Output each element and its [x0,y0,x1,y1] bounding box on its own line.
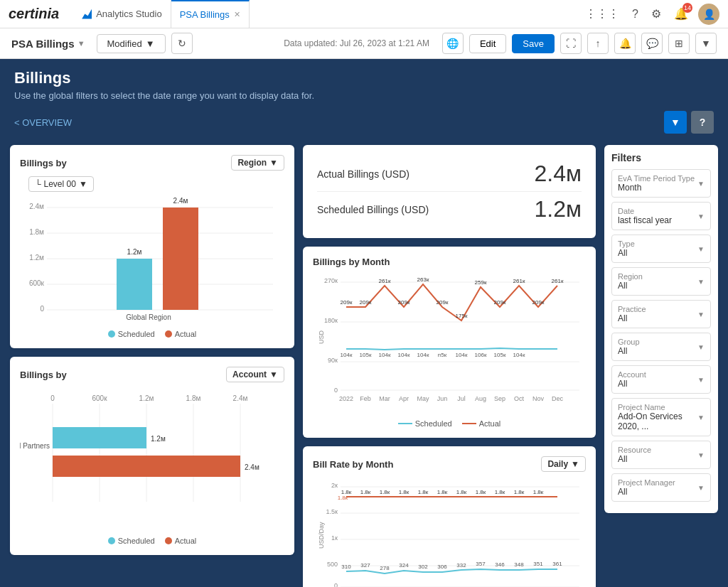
filter-item-6[interactable]: Account All ▼ [611,365,711,394]
left-column: Billings by Region ▼ └ Level 00 ▼ 2.4м [10,145,294,587]
help-button[interactable]: ? [691,111,714,134]
bill-rate-dropdown[interactable]: Daily ▼ [541,456,586,472]
legend-actual-label: Actual [175,330,197,338]
svg-text:600к: 600к [29,279,45,287]
svg-text:332: 332 [456,562,466,569]
bill-rate-card: Bill Rate by Month Daily ▼ 2к 1.5к 1к 50… [303,446,596,587]
billings-by-month-title: Billings by Month [313,257,586,267]
svg-text:324: 324 [399,562,409,569]
svg-text:351: 351 [533,561,543,567]
svg-text:2022: 2022 [339,395,353,402]
svg-text:Apr: Apr [399,395,409,402]
filter-item-1[interactable]: Date last fiscal year ▼ [611,202,711,230]
filter-project-label: Project Name [618,403,697,411]
account-legend-actual-label: Actual [175,537,197,545]
billings-by-region-card: Billings by Region ▼ └ Level 00 ▼ 2.4м [10,145,294,348]
account-legend-scheduled-label: Scheduled [118,537,155,545]
logo-text: certinia [9,6,59,22]
filter-item-7[interactable]: Project Name Add-On Services 2020, ... ▼ [611,398,711,436]
filters-title: Filters [611,152,711,163]
filter-item-3[interactable]: Region All ▼ [611,267,711,296]
filter-practice-label: Practice [618,305,646,313]
billings-by-region-title-text: Billings by [20,158,67,168]
bill-rate-title: Bill Rate by Month Daily ▼ [313,456,586,472]
svg-text:1.8к: 1.8к [360,489,371,495]
scheduled-billings-label: Scheduled Billings (USD) [317,204,429,215]
refresh-button[interactable]: ↻ [171,33,193,54]
svg-text:USD: USD [318,330,325,344]
grid-icon-button[interactable]: ⋮⋮⋮ [582,4,622,23]
filter-item-0[interactable]: EvA Time Period Type Month ▼ [611,169,711,198]
svg-text:0: 0 [40,305,44,313]
help-icon-button[interactable]: ? [629,5,641,23]
bill-rate-svg: 2к 1.5к 1к 500 0 USD/Day [313,478,586,587]
svg-text:2.4м: 2.4м [29,203,44,210]
filter-button[interactable]: ▼ [664,111,687,134]
svg-text:2.4м: 2.4м [233,394,248,402]
avatar[interactable]: 👤 [698,4,719,25]
region-dropdown[interactable]: Region ▼ [231,155,284,171]
edit-button[interactable]: Edit [469,34,506,53]
svg-text:600к: 600к [92,394,107,402]
analytics-studio-label: Analytics Studio [96,9,162,19]
level-dropdown[interactable]: └ Level 00 ▼ [28,176,94,192]
filter-item-9[interactable]: Project Manager All ▼ [611,473,711,502]
svg-text:327: 327 [360,562,370,569]
filter-item-2[interactable]: Type All ▼ [611,235,711,263]
notification-icon-button[interactable]: 🔔 14 [671,4,691,23]
layers-button[interactable]: ⊞ [668,33,690,54]
svg-text:1.8к: 1.8к [533,489,544,495]
chat-button[interactable]: 💬 [641,33,663,54]
overview-link[interactable]: < OVERVIEW [14,117,72,128]
filter-help-buttons: ▼ ? [664,111,714,134]
tab-analytics-studio[interactable]: Analytics Studio [73,0,171,28]
region-bar-svg: 2.4м 1.8м 1.2м 600к 0 1.2м [20,198,284,325]
account-legend: Scheduled Actual [20,537,284,545]
svg-text:2.4м: 2.4м [173,198,188,205]
svg-text:0: 0 [334,582,338,587]
tab-psa-billings[interactable]: PSA Billings ✕ [171,0,250,28]
scheduled-billings-row: Scheduled Billings (USD) 1.2м [317,192,582,227]
filter-item-5[interactable]: Group All ▼ [611,333,711,361]
legend-scheduled: Scheduled [108,330,155,338]
page-title-chevron[interactable]: ▼ [77,39,85,48]
settings-icon-button[interactable]: ⚙ [648,4,664,23]
modified-button[interactable]: Modified ▼ [97,34,166,53]
filter-date-label: Date [618,207,672,215]
fullscreen-button[interactable]: ⛶ [560,33,582,54]
account-dropdown-value: Account [232,370,267,379]
svg-text:0: 0 [334,387,338,394]
filter-item-7-content: Project Name Add-On Services 2020, ... [618,403,697,431]
bell-button[interactable]: 🔔 [614,33,636,54]
toolbar: PSA Billings ▼ Modified ▼ ↻ Data updated… [0,28,728,59]
filter-item-8[interactable]: Resource All ▼ [611,441,711,469]
more-button[interactable]: ▼ [695,33,717,54]
globe-button[interactable]: 🌐 [442,33,464,54]
psa-billings-label: PSA Billings [180,9,230,20]
billings-by-month-title-text: Billings by Month [313,257,390,267]
account-scheduled-bar [53,427,146,448]
save-button[interactable]: Save [512,34,555,53]
svg-text:1.2м: 1.2м [29,254,44,262]
filter-6-chevron: ▼ [697,376,705,384]
billings-by-month-card: Billings by Month 270к 180к 90к 0 USD [303,247,596,438]
svg-text:1.2м: 1.2м [151,435,166,443]
svg-text:310: 310 [341,564,351,570]
svg-text:1.8к: 1.8к [380,489,390,495]
svg-text:May: May [417,395,429,402]
filter-region-label: Region [618,272,643,281]
dashboard-subtitle: Use the global filters to select the dat… [14,90,714,101]
filter-0-chevron: ▼ [697,180,705,188]
filter-project-value: Add-On Services 2020, ... [618,411,697,431]
tabs-bar: Analytics Studio PSA Billings ✕ [73,0,582,28]
tab-close-icon[interactable]: ✕ [234,10,240,19]
share-button[interactable]: ↑ [587,33,609,54]
filter-item-4[interactable]: Practice All ▼ [611,300,711,328]
filter-account-value: All [618,379,646,389]
modified-label: Modified [107,38,142,49]
svg-text:105к: 105к [360,352,372,358]
filter-7-chevron: ▼ [697,414,705,421]
level-label: └ [35,179,41,189]
filter-item-8-content: Resource All [618,446,651,464]
account-dropdown[interactable]: Account ▼ [226,367,284,382]
